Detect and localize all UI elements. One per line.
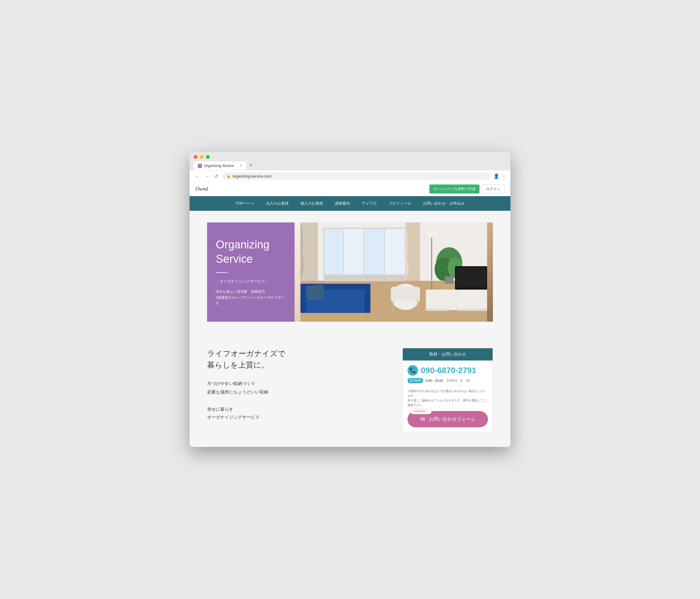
heading-line1: ライフオーガナイズで (207, 349, 285, 358)
room-illustration (295, 222, 493, 322)
tab-favicon: O (198, 164, 202, 168)
svg-point-51 (424, 231, 439, 238)
feature-list: 片づけやすい収納づくり 必要な場所にちょうどいい収納 (207, 380, 391, 397)
badge-24h: 24時間受付！ (410, 409, 432, 414)
main-heading: ライフオーガナイズで 暮らしを上質に。 (207, 348, 391, 371)
hours-text: 9:00～20:00 (426, 379, 443, 383)
svg-rect-24 (365, 228, 384, 275)
svg-rect-23 (344, 228, 364, 275)
hero-divider (216, 272, 227, 273)
menu-icon[interactable]: ⋮ (502, 173, 506, 179)
back-button[interactable]: ← (194, 173, 201, 179)
traffic-lights (194, 155, 506, 159)
svg-rect-61 (456, 267, 486, 288)
address-bar: ← → ↺ 🔒 organizing-service.com 👤 ⋮ (190, 170, 510, 182)
svg-rect-45 (306, 284, 324, 301)
hours-closed: 【定休日：水・木】 (445, 379, 472, 383)
content-left: ライフオーガナイズで 暮らしを上質に。 片づけやすい収納づくり 必要な場所にちょ… (207, 348, 391, 432)
tab-title: Organizing Service (204, 164, 234, 168)
list-item-1: 片づけやすい収納づくり (207, 380, 391, 388)
browser-tab[interactable]: O Organizing Service × (194, 162, 246, 170)
hero-overlay: OrganizingService －オーガナイジングサービス－ 幸せな暮らし研… (207, 222, 295, 322)
svg-rect-31 (324, 275, 405, 281)
hero-title-text: OrganizingService (216, 239, 270, 265)
mail-icon: ✉ (420, 416, 425, 423)
ownd-actions: ホームページを無料で作成 ログイン (429, 185, 505, 194)
hero-desc-line1: 幸せな暮らし研究家 岩崎美乃 (216, 289, 286, 294)
svg-rect-20 (300, 222, 318, 281)
svg-rect-58 (426, 309, 449, 311)
list-item-2: 必要な場所にちょうどいい収納 (207, 388, 391, 397)
forward-button[interactable]: → (203, 173, 210, 179)
contact-box: 取材・お問い合わせ 📞 090-6870-2791 受付時間 9:00～20:0… (402, 348, 493, 432)
hours-badge: 受付時間 (407, 378, 423, 383)
svg-rect-59 (458, 309, 487, 311)
ownd-bar: Ownd ホームページを無料で作成 ログイン (190, 182, 510, 196)
nav-item-individual[interactable]: 個人のお客様 (295, 196, 329, 211)
ownd-logo: Ownd (195, 186, 208, 192)
heading-line2: 暮らしを上質に。 (207, 360, 269, 369)
nav-item-corporate[interactable]: 法人のお客様 (260, 196, 295, 211)
contact-body: 📞 090-6870-2791 受付時間 9:00～20:00 【定休日：水・木… (403, 360, 493, 432)
nav-item-seminar[interactable]: 講座案内 (329, 196, 356, 211)
address-actions: 👤 ⋮ (494, 173, 506, 179)
hero-subtitle: －オーガナイジングサービス－ (216, 279, 286, 284)
svg-rect-47 (391, 287, 420, 300)
new-tab-button[interactable]: + (247, 161, 255, 169)
contact-btn-wrap: 24時間受付！ ✉ お問い合わせフォーム (407, 411, 488, 427)
svg-rect-43 (300, 287, 306, 313)
traffic-light-green[interactable] (206, 155, 210, 159)
nav-item-contact[interactable]: お問い合わせ・お申込み (417, 196, 471, 211)
nav-buttons: ← → ↺ (194, 173, 220, 179)
url-text: organizing-service.com (232, 174, 272, 178)
tab-bar: O Organizing Service × + (194, 161, 506, 170)
tagline: 幸せに暮らす オーガナイジングサービス (207, 405, 391, 421)
contact-note-line2: 折り返しご連絡させていただきますので、番号を通知してご連絡下さい。 (407, 399, 486, 407)
svg-rect-25 (385, 228, 405, 275)
phone-row: 📞 090-6870-2791 (407, 365, 488, 376)
svg-rect-22 (324, 228, 344, 275)
contact-note: ※講座や打ち合わせなどでお電話に出られない場合がございます。 折り返しご連絡させ… (407, 386, 488, 408)
tagline-line1: 幸せに暮らす (207, 407, 233, 412)
nav-item-top[interactable]: TOPページ (229, 196, 260, 211)
hours-row: 受付時間 9:00～20:00 【定休日：水・木】 (407, 378, 488, 383)
lock-icon: 🔒 (227, 174, 231, 178)
tab-close-button[interactable]: × (240, 164, 242, 168)
browser-chrome: O Organizing Service × + (190, 152, 510, 170)
hero-section: OrganizingService －オーガナイジングサービス－ 幸せな暮らし研… (190, 211, 510, 333)
contact-note-line1: ※講座や打ち合わせなどでお電話に出られない場合がございます。 (407, 389, 486, 397)
phone-number[interactable]: 090-6870-2791 (421, 366, 476, 375)
main-content: ライフオーガナイズで 暮らしを上質に。 片づけやすい収納づくり 必要な場所にちょ… (190, 333, 510, 447)
hero-container: OrganizingService －オーガナイジングサービス－ 幸せな暮らし研… (207, 222, 493, 322)
site-navigation: TOPページ 法人のお客様 個人のお客様 講座案内 アメブロ プロフィール お問… (190, 196, 510, 211)
profile-icon[interactable]: 👤 (494, 173, 499, 179)
url-bar[interactable]: 🔒 organizing-service.com (223, 172, 491, 180)
traffic-light-yellow[interactable] (200, 155, 204, 159)
site-wrapper: Ownd ホームページを無料で作成 ログイン TOPページ 法人のお客様 個人の… (190, 182, 510, 447)
hero-desc-line2: 1級建築士＆レジデンシャルオーガナイザー® (216, 294, 286, 307)
refresh-button[interactable]: ↺ (213, 173, 220, 179)
create-homepage-button[interactable]: ホームページを無料で作成 (429, 185, 479, 194)
login-button[interactable]: ログイン (482, 185, 505, 194)
browser-window: O Organizing Service × + ← → ↺ 🔒 organiz… (190, 152, 510, 447)
contact-btn-label: お問い合わせフォーム (429, 416, 475, 423)
contact-header: 取材・お問い合わせ (403, 348, 493, 360)
svg-rect-44 (365, 287, 370, 313)
nav-item-ameblo[interactable]: アメブロ (356, 196, 383, 211)
phone-icon: 📞 (407, 365, 418, 376)
hero-title: OrganizingService (216, 238, 286, 266)
tagline-line2: オーガナイジングサービス (207, 414, 259, 420)
traffic-light-red[interactable] (194, 155, 197, 159)
hero-image (295, 222, 493, 322)
nav-item-profile[interactable]: プロフィール (383, 196, 417, 211)
svg-rect-55 (445, 277, 453, 284)
